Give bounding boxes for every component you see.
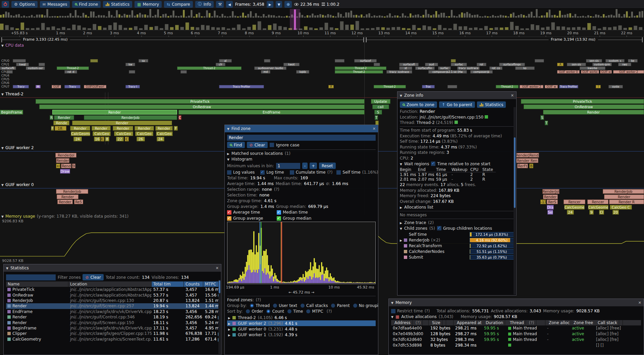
thread-color-swatch[interactable] [454, 121, 458, 124]
cpu-zone-segment[interactable]: Trac [422, 85, 435, 88]
timeline-zone[interactable]: EndFrame [178, 110, 365, 115]
cpu-zone-segment[interactable]: Thread-2 [374, 85, 406, 88]
cpu-zone-segment[interactable]: Thread-2 [335, 66, 386, 70]
cpu-zone-segment[interactable]: Tracy [13, 85, 29, 88]
timeline-zone[interactable]: C [125, 137, 129, 141]
timeline-zone[interactable]: Render Ren [516, 158, 538, 163]
timeline-zone[interactable]: C [178, 115, 182, 120]
frames-overview-strip[interactable] [0, 9, 644, 30]
frame-span[interactable]: Frame 3,193 (22.45 ms) [1, 37, 364, 42]
sort-by-radio[interactable]: Time [287, 309, 303, 314]
power-button[interactable] [2, 1, 9, 8]
matched-locations-toggle[interactable]: Matched source locations(1) [227, 151, 376, 156]
histogram-option-checkbox[interactable]: Log time [260, 170, 285, 175]
timeline-zone[interactable]: CalcGeo [114, 131, 133, 136]
timeline-zone[interactable]: CalcGeo [93, 131, 111, 136]
zone-trace-toggle[interactable]: Zone trace(2) [400, 220, 514, 225]
guif-worker0-header[interactable]: GUIF worker 0 [1, 182, 34, 187]
cpu-zone-segment[interactable]: Tracy [64, 85, 80, 88]
clear-button[interactable]: ⊘Clear [247, 142, 268, 148]
collapse-icon[interactable] [6, 266, 8, 270]
zone-statistics-button[interactable]: Statistics [477, 101, 506, 108]
timeline-zone[interactable]: Rencer [564, 199, 585, 204]
child-zone-row[interactable]: Submit 35.63 µs (0.79%) [400, 255, 514, 260]
scrollbar[interactable] [514, 107, 516, 295]
cpu-zone-segment[interactable]: Thread-2 [335, 70, 383, 74]
sort-by-radio[interactable]: MTPC [306, 309, 323, 314]
cpu-zone-segment[interactable]: Tracy Profiler [559, 85, 579, 88]
cpu-zone-segment[interactable]: system-grm [592, 63, 612, 66]
timeline-zone[interactable]: RenderJob [84, 115, 177, 120]
find-zone-titlebar[interactable]: Find zone [225, 125, 378, 132]
histogram-option-checkbox[interactable]: Log values [227, 170, 256, 175]
cpu-zone-segment[interactable]: st [399, 66, 412, 70]
table-row[interactable]: RenderJob jni/../jni/src/guif/Screen.cpp… [6, 298, 219, 303]
timeline-zone[interactable]: CalcGeo [156, 131, 173, 136]
column-header[interactable]: Zone alloc [545, 320, 570, 325]
timeline-zone[interactable]: Render [113, 126, 133, 131]
memory-usage-header[interactable]: Memory usage (y-range: 178.27 KB, visibl… [1, 214, 128, 219]
memory-titlebar[interactable]: Memory [389, 299, 644, 306]
timeline-zone[interactable]: C [101, 137, 104, 141]
close-icon[interactable] [373, 126, 376, 131]
compare-button[interactable]: Compare [164, 1, 193, 8]
child-zones-toggle[interactable]: Child zones(5) Group children locations [400, 226, 514, 231]
timeline-zone[interactable]: T [545, 121, 548, 125]
cpu-zone-segment[interactable] [129, 70, 135, 74]
cpu-zone-segment[interactable]: A [557, 63, 564, 66]
table-row[interactable]: Clipper jni/../jni/src/claw/gfx/geo/Clip… [6, 331, 219, 336]
collapse-icon[interactable] [1, 92, 4, 96]
go-to-parent-button[interactable]: ↑Go to parent [439, 101, 475, 108]
cpu-zone-segment[interactable] [535, 59, 544, 62]
timeline-zone[interactable]: Render [604, 194, 644, 199]
timeline-zone[interactable]: S [374, 110, 382, 115]
timeline-zone[interactable]: CalcGeo C [610, 205, 632, 210]
free-callstack-chip[interactable]: fre [610, 331, 619, 336]
timeline-zone[interactable]: CalcGeome [564, 205, 585, 210]
restrict-time-checkbox[interactable]: Restrict time(?) [391, 309, 430, 313]
wait-regions-toggle[interactable]: Wait regions Time relative to zone start [400, 162, 514, 166]
timeline-zone[interactable]: 24 [157, 137, 164, 141]
expand-icon[interactable] [228, 327, 230, 331]
timeline-zone[interactable]: RenderJol [55, 153, 76, 158]
timeline-zone[interactable]: OnRedraw [524, 104, 644, 109]
timeline-zone[interactable]: 9 [589, 210, 594, 215]
cpu-zone-segment[interactable]: surfaceflin [415, 66, 435, 70]
cpu-zone-segment[interactable]: rwo [618, 63, 631, 66]
group-by-radio[interactable]: No groupi [353, 303, 378, 308]
expand-icon[interactable] [228, 315, 230, 320]
timeline-zone[interactable]: Dra [547, 205, 554, 210]
legend-checkbox[interactable]: Average time [227, 210, 271, 215]
cpu-zone-segment[interactable] [335, 59, 344, 62]
cpu-zone-segment[interactable]: composer@2.1-se (Hw [428, 70, 467, 74]
timeline-zone[interactable]: Render [135, 126, 154, 131]
cpu-zone-segment[interactable]: rot_d [64, 70, 77, 74]
timeline-zone[interactable]: Render [543, 110, 644, 115]
cpu-zone-segment[interactable]: surfacefli [0, 66, 16, 70]
time-ruler[interactable]: +55.83 s1 ms2 ms3 ms4 ms5 ms6 ms7 ms8 ms… [0, 30, 644, 37]
timeline-zone[interactable]: 24 [567, 210, 574, 215]
timeline-zone[interactable]: CalcGeomet [588, 205, 608, 210]
timeline-zone[interactable]: Render [54, 115, 74, 120]
legend-checkbox[interactable]: Median time [277, 210, 320, 215]
timeline-zone[interactable]: BeginFrame [0, 110, 23, 115]
collapse-icon[interactable] [1, 43, 4, 48]
cpu-zone-segment[interactable]: ko [515, 66, 535, 70]
cpu-data-header[interactable]: CPU data [1, 43, 24, 48]
timeline-zone[interactable]: Render [57, 194, 78, 199]
collapse-icon[interactable] [391, 300, 393, 305]
allocation-row[interactable]: 0x7e049b3d00 128 bytes 298.27 ms 59.95 s… [391, 331, 641, 337]
cpu-zone-segment[interactable] [6, 70, 13, 74]
timeline-zone[interactable]: 24 [73, 137, 82, 141]
zone-info-titlebar[interactable]: Zone info [397, 92, 516, 99]
timeline-zone[interactable]: PrivateTick [36, 99, 365, 104]
legend-checkbox[interactable]: Group median [277, 216, 320, 221]
timeline-zone[interactable]: 26 [137, 137, 145, 141]
cpu-zone-segment[interactable]: Tracy I [125, 85, 140, 88]
cpu-zone-segment[interactable]: sa [139, 59, 148, 62]
frame-span[interactable]: Frame 3,194 (13.92 ms) [366, 37, 643, 42]
cpu-zone-segment[interactable]: surfac [438, 66, 451, 70]
close-icon[interactable] [511, 93, 514, 98]
child-zone-row[interactable]: Self time 172.14 µs (3.83%) [400, 232, 514, 237]
timeline-zone[interactable]: RenderJol [542, 189, 560, 194]
